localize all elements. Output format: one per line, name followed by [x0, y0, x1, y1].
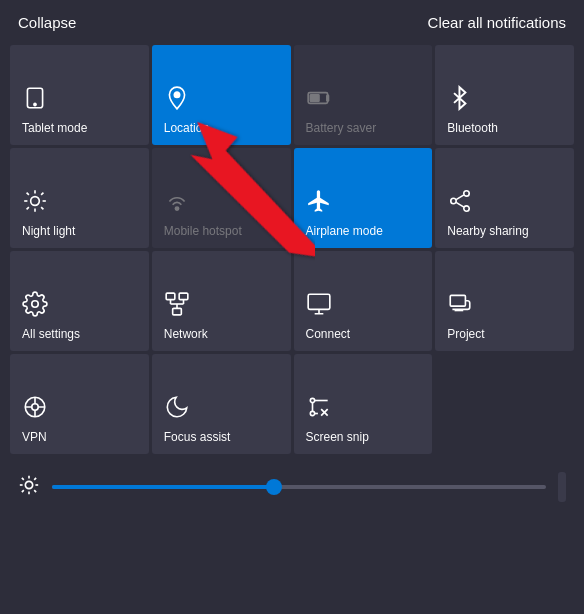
bluetooth-icon — [447, 85, 473, 115]
night-light-icon — [22, 188, 48, 218]
svg-rect-23 — [172, 308, 181, 315]
tile-focus-assist-label: Focus assist — [164, 430, 231, 444]
tile-tablet-mode[interactable]: Tablet mode — [10, 45, 149, 145]
project-icon — [447, 291, 473, 321]
battery-saver-icon — [306, 85, 332, 115]
screen-snip-icon — [306, 394, 332, 424]
tile-airplane-mode-label: Airplane mode — [306, 224, 383, 238]
tile-screen-snip[interactable]: Screen snip — [294, 354, 433, 454]
svg-line-18 — [456, 194, 464, 199]
svg-line-11 — [41, 207, 43, 209]
all-settings-icon — [22, 291, 48, 321]
vpn-icon — [22, 394, 48, 424]
tile-screen-snip-label: Screen snip — [306, 430, 369, 444]
tile-battery-saver[interactable]: Battery saver — [294, 45, 433, 145]
brightness-control — [0, 458, 584, 516]
svg-point-14 — [175, 207, 178, 210]
tile-all-settings[interactable]: All settings — [10, 251, 149, 351]
tile-network-label: Network — [164, 327, 208, 341]
mobile-hotspot-icon — [164, 188, 190, 218]
svg-rect-29 — [451, 295, 466, 306]
tile-nearby-sharing[interactable]: Nearby sharing — [435, 148, 574, 248]
svg-line-48 — [34, 477, 36, 479]
svg-point-31 — [32, 403, 39, 410]
tile-project[interactable]: Project — [435, 251, 574, 351]
svg-point-33 — [310, 398, 314, 402]
tile-mobile-hotspot-label: Mobile hotspot — [164, 224, 242, 238]
svg-point-5 — [31, 196, 40, 205]
tile-location[interactable]: Location — [152, 45, 291, 145]
tile-focus-assist[interactable]: Focus assist — [152, 354, 291, 454]
tile-vpn[interactable]: VPN — [10, 354, 149, 454]
svg-point-1 — [34, 103, 36, 105]
airplane-mode-icon — [306, 188, 332, 218]
svg-rect-4 — [310, 94, 319, 101]
focus-assist-icon — [164, 394, 190, 424]
brightness-thumb[interactable] — [266, 479, 282, 495]
svg-point-34 — [310, 411, 314, 415]
svg-line-13 — [41, 192, 43, 194]
tile-bluetooth[interactable]: Bluetooth — [435, 45, 574, 145]
tile-night-light-label: Night light — [22, 224, 75, 238]
svg-line-46 — [34, 490, 36, 492]
action-center-panel: Collapse Clear all notifications Tablet … — [0, 0, 584, 614]
tile-bluetooth-label: Bluetooth — [447, 121, 498, 135]
svg-line-10 — [27, 192, 29, 194]
brightness-slider-end — [558, 472, 566, 502]
tile-mobile-hotspot[interactable]: Mobile hotspot — [152, 148, 291, 248]
collapse-button[interactable]: Collapse — [18, 14, 76, 31]
brightness-fill — [52, 485, 274, 489]
svg-line-45 — [22, 477, 24, 479]
tile-connect-label: Connect — [306, 327, 351, 341]
svg-point-20 — [32, 300, 39, 307]
svg-rect-28 — [308, 294, 330, 309]
brightness-slider[interactable] — [52, 485, 546, 489]
svg-point-16 — [451, 198, 456, 203]
brightness-icon — [18, 474, 40, 501]
nearby-sharing-icon — [447, 188, 473, 218]
tile-airplane-mode[interactable]: Airplane mode — [294, 148, 433, 248]
svg-line-19 — [456, 202, 464, 207]
quick-actions-grid: Tablet mode Location Battery saver — [0, 41, 584, 458]
tile-network[interactable]: Network — [152, 251, 291, 351]
connect-icon — [306, 291, 332, 321]
tile-night-light[interactable]: Night light — [10, 148, 149, 248]
svg-rect-22 — [179, 293, 188, 300]
tile-vpn-label: VPN — [22, 430, 47, 444]
tile-battery-saver-label: Battery saver — [306, 121, 377, 135]
tile-all-settings-label: All settings — [22, 327, 80, 341]
clear-notifications-button[interactable]: Clear all notifications — [428, 14, 566, 31]
tile-location-label: Location — [164, 121, 209, 135]
svg-point-2 — [174, 92, 179, 97]
svg-point-17 — [464, 205, 469, 210]
network-icon — [164, 291, 190, 321]
svg-line-47 — [22, 490, 24, 492]
panel-header: Collapse Clear all notifications — [0, 0, 584, 41]
svg-line-12 — [27, 207, 29, 209]
tile-nearby-sharing-label: Nearby sharing — [447, 224, 528, 238]
svg-rect-21 — [166, 293, 175, 300]
tablet-mode-icon — [22, 85, 48, 115]
tile-connect[interactable]: Connect — [294, 251, 433, 351]
svg-point-15 — [464, 190, 469, 195]
tile-tablet-mode-label: Tablet mode — [22, 121, 87, 135]
tile-project-label: Project — [447, 327, 484, 341]
svg-point-40 — [25, 481, 32, 488]
location-icon — [164, 85, 190, 115]
